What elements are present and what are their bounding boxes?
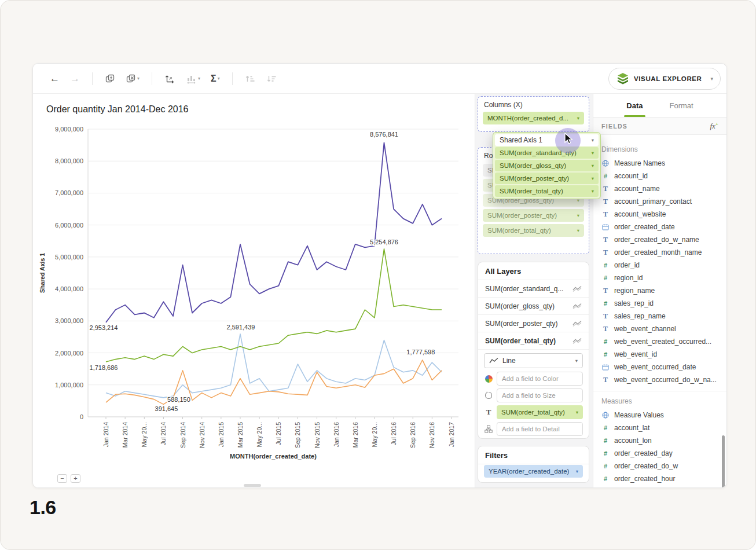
number-type-icon: # [604,437,607,444]
field-item[interactable]: Taccount_primary_contact [593,195,726,208]
color-field-icon [484,375,493,383]
toolbar-divider [232,72,233,85]
sort-descending-button[interactable] [266,74,277,83]
series-SUM(order_standard_qty)[interactable] [106,249,442,362]
y-tick-label: 3,000,000 [55,317,83,324]
x-tick-label: Nov 2014 [199,422,205,448]
field-item[interactable]: #region_id [593,272,726,284]
data-label: 1,718,686 [90,364,118,371]
detail-field-slot[interactable]: Add a field to Detail [497,422,583,436]
field-item[interactable]: #account_id [593,170,726,182]
columns-pill[interactable]: MONTH(order_created_d... ▾ [483,112,584,124]
shelf-panel: Columns (X) MONTH(order_created_d... ▾ R… [475,94,593,487]
axis-dropdown-item[interactable]: SUM(order_poster_qty)▾ [495,173,599,184]
tab-data[interactable]: Data [617,94,652,117]
label-field-pill[interactable]: SUM(order_total_qty) ▾ [497,405,583,419]
x-tick-label: Nov 2016 [428,422,435,448]
columns-shelf: Columns (X) MONTH(order_created_d... ▾ [478,96,589,132]
text-type-icon: T [603,236,608,244]
layer-row[interactable]: SUM(order_standard_q... [478,280,589,298]
layer-row[interactable]: SUM(order_total_qty) [478,332,589,350]
filter-pill[interactable]: YEAR(order_created_date) ▾ [484,465,583,478]
field-item[interactable]: Measure Names [593,157,726,170]
data-label: 1,777,598 [406,349,435,355]
field-item[interactable]: #order_created_do_w [593,460,726,472]
label-field-icon: T [484,408,493,417]
field-item[interactable]: Taccount_website [593,208,726,221]
field-item[interactable]: Taccount_name [593,182,726,195]
field-item[interactable]: Measure Values [593,409,726,421]
remove-visual-button[interactable]: ▾ [126,74,140,84]
chevron-down-icon: ▾ [137,76,140,81]
zoom-out-button[interactable]: − [57,474,67,483]
visual-explorer-label: VISUAL EXPLORER [634,75,702,82]
data-label: 2,953,214 [90,324,118,331]
field-item[interactable]: order_created_date [593,221,726,233]
x-tick-label: Jul 2015 [275,422,282,445]
number-type-icon: # [604,274,607,281]
globe-icon [602,412,609,419]
field-item[interactable]: #web_event_created_occurred... [593,335,726,348]
duplicate-visual-button[interactable] [105,74,115,84]
x-tick-label: Sep 2016 [409,422,416,448]
axis-dropdown-item[interactable]: SUM(order_standard_qty)▾ [495,147,599,159]
dimensions-label: Dimensions [593,140,726,157]
field-name: sales_rep_id [614,299,654,307]
field-item[interactable]: Tsales_rep_name [593,310,726,322]
field-item[interactable]: Torder_created_month_name [593,246,726,259]
field-item[interactable]: #order_created_hour [593,472,726,485]
axis-dropdown-item[interactable]: SUM(order_gloss_qty)▾ [495,160,599,171]
chevron-down-icon: ▾ [708,76,713,82]
shared-axis-header[interactable]: Shared Axis 1 ▾ [495,134,599,146]
color-field-slot[interactable]: Add a field to Color [497,372,583,386]
layer-row[interactable]: SUM(order_poster_qty) [478,315,589,332]
chevron-down-icon: ▾ [589,137,594,143]
sort-ascending-button[interactable] [245,74,256,83]
chart-type-select[interactable]: Line ▾ [484,353,583,368]
order-quantity-chart[interactable]: 01,000,0002,000,0003,000,0004,000,0005,0… [33,122,475,469]
field-item[interactable]: Torder_created_do_w_name [593,233,726,246]
field-item[interactable]: #web_event_id [593,348,726,361]
field-item[interactable]: #sales_rep_id [593,297,726,310]
y-tick-label: 0 [80,413,83,420]
field-item[interactable]: #order_created_day [593,447,726,460]
x-tick-label: Mar 2014 [122,422,129,448]
chart-type-button[interactable]: ▾ [186,74,200,84]
rows-pill[interactable]: SUM(order_total_qty)▾ [483,224,584,237]
field-item[interactable]: Tweb_event_occurred_do_w_na... [593,373,726,386]
bar-chart-icon [186,74,197,84]
field-item[interactable]: web_event_occurred_date [593,361,726,373]
size-field-slot[interactable]: Add a field to Size [497,388,583,402]
panel-tabs: Data Format [593,94,726,118]
shared-axis-items: SUM(order_standard_qty)▾SUM(order_gloss_… [495,147,599,197]
field-item[interactable]: #account_lon [593,434,726,447]
forward-button[interactable]: → [70,73,80,85]
y-tick-label: 5,000,000 [55,254,83,261]
vertical-scrollbar[interactable] [722,435,725,488]
swap-axes-button[interactable] [164,74,175,84]
x-tick-label: Mar 2016 [352,422,359,448]
back-button[interactable]: ← [50,73,60,85]
data-label: 5,254,876 [370,239,398,245]
chevron-down-icon: ▾ [589,163,594,168]
tab-format[interactable]: Format [660,94,703,117]
rows-pill[interactable]: SUM(order_poster_qty)▾ [483,209,584,222]
fields-list: Dimensions Measure Names#account_idTacco… [593,135,726,485]
zoom-in-button[interactable]: + [71,474,80,483]
add-calculated-field-icon[interactable]: fx+ [710,121,718,131]
layer-row[interactable]: SUM(order_gloss_qty) [478,298,589,315]
series-SUM(order_gloss_qty)[interactable] [106,334,442,398]
series-SUM(order_total_qty)[interactable] [106,142,442,322]
field-item[interactable]: Tweb_event_channel [593,322,726,335]
visual-explorer-button[interactable]: VISUAL EXPLORER ▾ [608,68,721,90]
axis-dropdown-item[interactable]: SUM(order_total_qty)▾ [495,185,599,197]
field-item[interactable]: Tregion_name [593,284,726,297]
aggregate-button[interactable]: Σ ▾ [211,74,220,84]
field-item[interactable]: #order_id [593,259,726,272]
horizontal-scrollbar[interactable] [244,484,261,487]
series-SUM(order_poster_qty)[interactable] [106,360,442,405]
columns-pill-label: MONTH(order_created_d... [487,115,568,122]
chevron-down-icon: ▾ [575,212,579,218]
axis-dropdown-item-label: SUM(order_total_qty) [500,188,563,195]
field-item[interactable]: #account_lat [593,421,726,434]
